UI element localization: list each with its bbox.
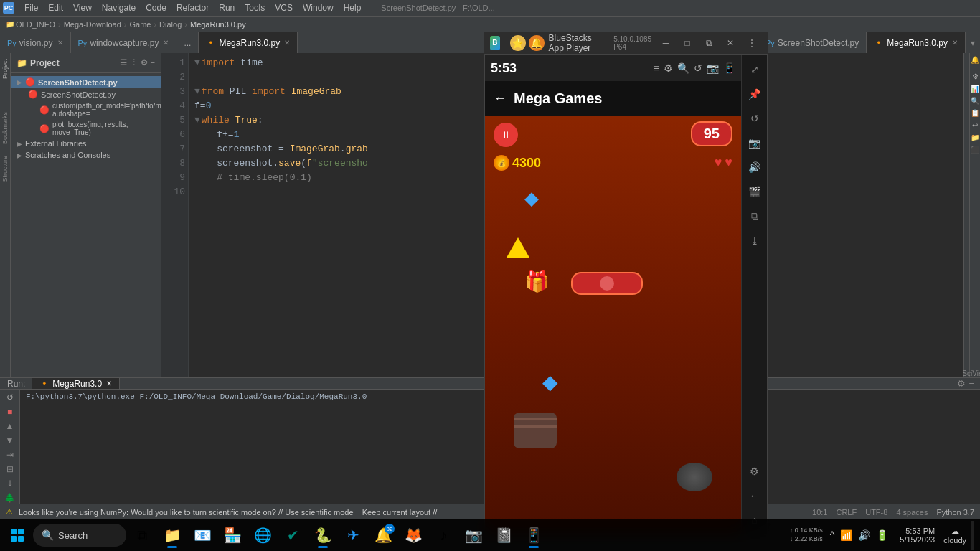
bs-game-canvas[interactable]: ⏸ 95 💰 4300 ♥ ♥ ◆ bbox=[485, 116, 741, 534]
rs-notifications[interactable]: 🔔 bbox=[971, 56, 979, 64]
bs-rp-down[interactable]: ⤓ bbox=[748, 232, 762, 250]
chevron-icon[interactable]: ^ bbox=[830, 529, 835, 541]
game-pause-btn[interactable]: ⏸ bbox=[494, 123, 518, 147]
bs-rp-back[interactable]: ← bbox=[747, 487, 763, 504]
run-icon-down[interactable]: ▼ bbox=[6, 435, 14, 446]
taskbar-telegram[interactable]: ✈ bbox=[339, 521, 367, 550]
bs-icon-circle2[interactable]: 🔔 bbox=[529, 35, 545, 51]
run-icon-rerun[interactable]: ↺ bbox=[6, 392, 14, 402]
bs-tb-icon5[interactable]: 📷 bbox=[707, 62, 719, 74]
taskbar-music[interactable]: ♪ bbox=[429, 521, 458, 550]
taskbar-onenote[interactable]: 📓 bbox=[489, 521, 518, 550]
bs-rp-gear[interactable]: ⚙ bbox=[747, 463, 762, 480]
tree-item-subpy[interactable]: 🔴 ScreenShotDetect.py bbox=[11, 88, 161, 100]
menu-code[interactable]: Code bbox=[141, 1, 171, 14]
run-icon-up[interactable]: ▲ bbox=[6, 421, 14, 431]
run-icon-tree[interactable]: 🌲 bbox=[4, 493, 15, 503]
tree-item-extlibs[interactable]: ▶ External Libraries bbox=[11, 138, 161, 149]
tree-item-error2[interactable]: 🔴 plot_boxes(img, results, move=True) bbox=[11, 119, 161, 138]
run-minus-icon[interactable]: − bbox=[969, 378, 974, 389]
code-scrollbar[interactable] bbox=[963, 53, 969, 377]
rs-icon1[interactable]: ⚙ bbox=[972, 72, 979, 80]
taskbar-edge[interactable]: 🌐 bbox=[248, 521, 277, 550]
bs-tb-icon1[interactable]: ≡ bbox=[654, 62, 659, 74]
taskbar-notification-btn[interactable]: 🔔 32 bbox=[369, 521, 397, 550]
run-gear-icon[interactable]: ⚙ bbox=[957, 378, 966, 389]
bs-close-btn[interactable]: ✕ bbox=[720, 35, 740, 51]
breadcrumb-mega-download[interactable]: Mega-Download bbox=[64, 20, 121, 29]
bs-restore-btn[interactable]: ⧉ bbox=[699, 35, 719, 51]
tab-right-megarun[interactable]: 🔸 MegaRun3.0.py ✕ bbox=[867, 32, 966, 53]
tree-item-scratches[interactable]: ▶ Scratches and Consoles bbox=[11, 149, 161, 161]
bs-minimize-btn[interactable]: ─ bbox=[656, 35, 676, 51]
rs-icon2[interactable]: 📊 bbox=[971, 85, 979, 93]
run-tab-megarun[interactable]: 🔸 MegaRun3.0 ✕ bbox=[32, 378, 120, 389]
tab-windowcapture-close[interactable]: ✕ bbox=[163, 39, 169, 47]
taskbar-mail[interactable]: 📧 bbox=[188, 521, 217, 550]
run-icon-stop[interactable]: ■ bbox=[7, 407, 12, 417]
tab-megarun[interactable]: 🔸 MegaRun3.0.py ✕ bbox=[199, 32, 298, 53]
tab-right-screenshot[interactable]: Py ScreenShotDetect.py bbox=[758, 32, 867, 53]
breadcrumb-game[interactable]: Game bbox=[129, 20, 151, 29]
taskbar-checklist[interactable]: ✔ bbox=[278, 521, 307, 550]
menu-tools[interactable]: Tools bbox=[240, 1, 269, 14]
bs-back-btn[interactable]: ← bbox=[494, 91, 507, 106]
menu-file[interactable]: File bbox=[20, 1, 42, 14]
tab-dropdown-btn[interactable]: ▾ bbox=[966, 32, 980, 53]
rs-icon6[interactable]: 📁 bbox=[971, 133, 979, 141]
bs-tb-icon6[interactable]: 📱 bbox=[723, 62, 735, 74]
bs-rp-pin[interactable]: 📌 bbox=[745, 85, 763, 103]
taskbar-explorer[interactable]: 📁 bbox=[158, 521, 187, 550]
bs-maximize-btn[interactable]: □ bbox=[677, 35, 697, 51]
taskbar-clock[interactable]: 5:53 PM 5/15/2023 bbox=[895, 527, 939, 544]
taskbar-pycharm[interactable]: 🐍 bbox=[308, 521, 337, 550]
bs-extra-btn[interactable]: ⋮ bbox=[742, 35, 762, 51]
battery-icon[interactable]: 🔋 bbox=[876, 529, 888, 541]
menu-refactor[interactable]: Refactor bbox=[172, 1, 213, 14]
tab-right-megarun-close[interactable]: ✕ bbox=[952, 39, 958, 47]
tab-windowcapture[interactable]: Py windowcapture.py ✕ bbox=[71, 32, 177, 53]
tree-item-error1[interactable]: 🔴 custom(path_or_model='path/to/model.pt… bbox=[11, 100, 161, 119]
menu-navigate[interactable]: Navigate bbox=[98, 1, 140, 14]
tab-more[interactable]: ... bbox=[176, 32, 199, 53]
bs-rp-video[interactable]: 🎬 bbox=[745, 183, 763, 200]
menu-edit[interactable]: Edit bbox=[44, 1, 67, 14]
taskbar-start-btn[interactable] bbox=[3, 521, 32, 550]
taskbar-taskview[interactable]: ⧉ bbox=[128, 521, 156, 550]
menu-window[interactable]: Window bbox=[298, 1, 338, 14]
project-icon-list[interactable]: ☰ bbox=[120, 58, 127, 67]
tree-item-root-py[interactable]: ▶ 🔴 ScreenShotDetect.py bbox=[11, 76, 161, 88]
status-interpreter[interactable]: Python 3.7 bbox=[936, 508, 974, 517]
bs-tb-icon4[interactable]: ↺ bbox=[694, 62, 702, 74]
bs-rp-layers[interactable]: ⧉ bbox=[748, 207, 761, 225]
network-icon[interactable]: 📶 bbox=[840, 529, 852, 541]
bs-rp-expand[interactable]: ⤢ bbox=[748, 61, 762, 78]
menu-vcs[interactable]: VCS bbox=[270, 1, 297, 14]
red-game-btn[interactable] bbox=[571, 272, 643, 295]
run-tab-close[interactable]: ✕ bbox=[106, 380, 112, 387]
bs-tb-icon2[interactable]: ⚙ bbox=[664, 62, 673, 74]
project-icon-dots[interactable]: ⋮ bbox=[130, 58, 138, 67]
breadcrumb-old-info[interactable]: OLD_INFO bbox=[16, 20, 55, 29]
rs-icon4[interactable]: 📋 bbox=[971, 109, 979, 117]
project-icon-gear[interactable]: ⚙ bbox=[141, 58, 148, 67]
rs-scview[interactable]: SciView bbox=[962, 369, 980, 377]
sidebar-project-label[interactable]: Project bbox=[0, 56, 10, 82]
tab-vision[interactable]: Py vision.py ✕ bbox=[0, 32, 71, 53]
taskbar-bluestacks-item[interactable]: 📱 bbox=[519, 521, 548, 550]
menu-view[interactable]: View bbox=[69, 1, 96, 14]
taskbar-firefox[interactable]: 🦊 bbox=[399, 521, 428, 550]
bs-rp-screenshot[interactable]: 📷 bbox=[745, 134, 763, 151]
breadcrumb-file[interactable]: MegaRun3.0.py bbox=[190, 20, 246, 29]
tab-vision-close[interactable]: ✕ bbox=[57, 39, 63, 47]
bs-tb-icon3[interactable]: 🔍 bbox=[677, 62, 689, 74]
taskbar-photo[interactable]: 📷 bbox=[459, 521, 488, 550]
project-icon-minus[interactable]: − bbox=[151, 58, 155, 67]
sidebar-structure-label[interactable]: Structure bbox=[0, 153, 10, 185]
rs-icon5[interactable]: ↩ bbox=[972, 121, 978, 129]
breadcrumb-dialog[interactable]: Dialog bbox=[159, 20, 182, 29]
run-icon-filter[interactable]: ⊟ bbox=[6, 464, 14, 474]
rs-icon3[interactable]: 🔍 bbox=[971, 97, 979, 105]
bs-rp-volume[interactable]: 🔊 bbox=[745, 159, 763, 176]
menu-run[interactable]: Run bbox=[215, 1, 239, 14]
